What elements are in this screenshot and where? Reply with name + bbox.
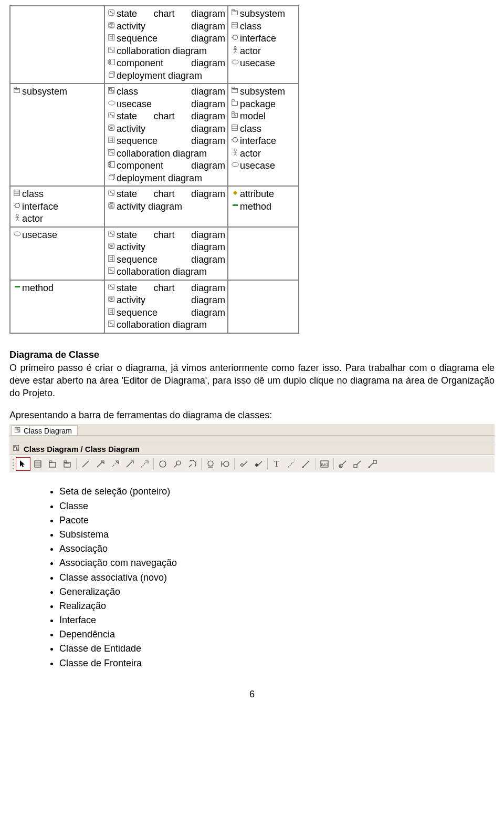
lollipop-tool[interactable] (170, 457, 185, 471)
association-tool[interactable] (78, 457, 93, 471)
required-interface-tool[interactable] (185, 457, 200, 471)
list-item: subsystem (230, 86, 296, 98)
tab-class-diagram[interactable]: Class Diagram (12, 425, 78, 435)
list-item: method (230, 201, 296, 213)
actor-icon (13, 213, 22, 222)
editor-toolbar (9, 455, 495, 472)
list-item: Interface (59, 614, 495, 627)
item-label: interface (240, 135, 296, 147)
tool-description-list: Seta de seleção (ponteiro)ClassePacoteSu… (9, 485, 495, 669)
list-item: sequence diagram (107, 254, 225, 266)
list-item: class diagram (107, 86, 225, 98)
interface-icon (230, 33, 240, 42)
boundary-class-tool[interactable] (218, 457, 233, 471)
interface-tool[interactable] (155, 457, 170, 471)
item-label: class (240, 20, 296, 33)
table-cell: attributemethod (228, 186, 299, 227)
realization-tool[interactable] (108, 457, 122, 471)
item-label: sequence diagram (117, 307, 225, 319)
toolbar-grip[interactable] (12, 458, 15, 470)
toolbar-separator (153, 458, 154, 470)
item-label: deployment diagram (117, 70, 225, 82)
list-item: collaboration diagram (107, 319, 225, 331)
list-item: collaboration diagram (107, 266, 225, 278)
anchor-tool[interactable] (284, 457, 299, 471)
statechart-icon (107, 8, 117, 17)
list-item: package (230, 98, 296, 110)
interface-icon (230, 135, 240, 145)
table-cell: method (10, 280, 104, 333)
list-item: activity diagram (107, 20, 225, 33)
containment-tool[interactable] (350, 457, 365, 471)
item-label: activity diagram (117, 123, 225, 135)
generalization-tool[interactable] (93, 457, 108, 471)
item-label: class (22, 188, 102, 200)
list-item: component diagram (107, 160, 225, 172)
package-tool[interactable] (45, 457, 60, 471)
list-item: activity diagram (107, 241, 225, 253)
item-label: usecase (240, 160, 296, 172)
toolbar-separator (234, 458, 235, 470)
item-label: activity diagram (117, 20, 225, 33)
table-cell (228, 280, 299, 333)
table-cell: usecase (10, 227, 104, 280)
section-heading: Diagrama de Classe (9, 349, 495, 360)
nesting-tool[interactable] (335, 457, 350, 471)
list-item: Pacote (59, 514, 495, 527)
text-tool[interactable] (269, 457, 284, 471)
sequence-icon (107, 135, 117, 145)
item-label: activity diagram (117, 241, 225, 253)
list-item: class (13, 188, 102, 200)
statechart-icon (107, 110, 117, 120)
list-item: Classe (59, 500, 495, 513)
item-label: subsystem (22, 86, 102, 98)
table-cell: subsystem (10, 84, 104, 186)
nav-association-tool[interactable] (122, 457, 137, 471)
table-cell: state chart diagramactivity diagram (104, 186, 228, 227)
collaboration-icon (107, 266, 117, 275)
item-label: actor (240, 148, 296, 160)
item-label: actor (22, 213, 102, 225)
item-label: state chart diagram (117, 8, 225, 20)
anchor-line-tool[interactable] (299, 457, 313, 471)
list-item: deployment diagram (107, 70, 225, 82)
item-label: usecase diagram (117, 98, 225, 110)
item-label: model (240, 110, 296, 122)
list-item: collaboration diagram (107, 148, 225, 160)
subsystem-tool[interactable] (60, 457, 75, 471)
entity-class-tool[interactable] (203, 457, 218, 471)
aggregation-tool[interactable] (236, 457, 251, 471)
class-tool[interactable] (30, 457, 45, 471)
model-icon (230, 110, 240, 120)
subsystem-icon (230, 86, 240, 95)
item-label: activity diagram (117, 201, 225, 213)
item-label: state chart diagram (117, 188, 225, 200)
classdiag-icon (14, 426, 22, 435)
attribute-icon (230, 188, 240, 198)
sequence-icon (107, 33, 117, 42)
list-item: actor (13, 213, 102, 225)
image-tool[interactable] (317, 457, 332, 471)
composition-tool[interactable] (251, 457, 266, 471)
table-cell: class diagramusecase diagramstate chart … (104, 84, 228, 186)
method-icon (230, 201, 240, 210)
collaboration-icon (107, 45, 117, 55)
pointer-tool[interactable] (16, 457, 30, 471)
item-label: package (240, 98, 296, 110)
component-icon (107, 57, 117, 67)
item-label: activity diagram (117, 294, 225, 306)
class-icon (230, 123, 240, 132)
item-label: method (22, 282, 102, 294)
item-label: usecase (22, 229, 102, 241)
item-label: sequence diagram (117, 33, 225, 45)
dependency-tool[interactable] (137, 457, 152, 471)
item-label: class diagram (117, 86, 225, 98)
activity-icon (107, 20, 117, 30)
list-item: usecase (230, 57, 296, 69)
section-subtext: Apresentando a barra de ferramentas do d… (9, 410, 495, 421)
actor-icon (230, 45, 240, 55)
anchor-class-tool[interactable] (365, 457, 380, 471)
list-item: usecase diagram (107, 98, 225, 110)
list-item: interface (230, 33, 296, 45)
table-cell: state chart diagramactivity diagramseque… (104, 280, 228, 333)
